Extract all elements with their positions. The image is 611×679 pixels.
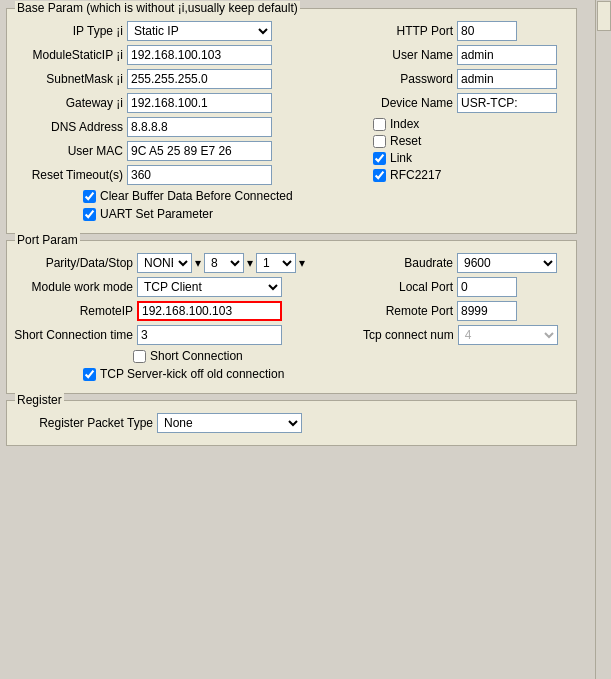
tcp-server-kick-row: TCP Server-kick off old connection — [83, 367, 353, 381]
password-input[interactable] — [457, 69, 557, 89]
gateway-row: Gateway ¡i — [13, 93, 353, 113]
port-param-section: Port Param Parity/Data/Stop NONE ▾ 8 — [6, 240, 577, 394]
module-static-ip-input[interactable] — [127, 45, 272, 65]
ip-type-label: IP Type ¡i — [13, 24, 123, 38]
register-packet-type-row: Register Packet Type None — [13, 413, 570, 433]
parity-dropdown[interactable]: NONE — [137, 253, 192, 273]
module-static-ip-label: ModuleStaticIP ¡i — [13, 48, 123, 62]
register-title: Register — [15, 393, 64, 407]
subnet-mask-input[interactable] — [127, 69, 272, 89]
user-mac-label: User MAC — [13, 144, 123, 158]
short-connection-row: Short Connection — [133, 349, 353, 363]
stop-bits-dropdown[interactable]: 1 — [256, 253, 296, 273]
tcp-connect-num-row: Tcp connect num 4 — [363, 325, 570, 345]
device-name-input[interactable] — [457, 93, 557, 113]
local-port-label: Local Port — [363, 280, 453, 294]
local-port-input[interactable] — [457, 277, 517, 297]
subnet-mask-label: SubnetMask ¡i — [13, 72, 123, 86]
uart-set-row: UART Set Parameter — [83, 207, 353, 221]
remote-ip-row: RemoteIP — [13, 301, 353, 321]
ip-type-row: IP Type ¡i Static IP — [13, 21, 353, 41]
module-work-mode-dropdown[interactable]: TCP Client — [137, 277, 282, 297]
module-static-ip-row: ModuleStaticIP ¡i — [13, 45, 353, 65]
main-window: Base Param (which is without ¡i,usually … — [0, 0, 611, 679]
clear-buffer-label: Clear Buffer Data Before Connected — [100, 189, 293, 203]
index-label: Index — [390, 117, 419, 131]
register-section: Register Register Packet Type None — [6, 400, 577, 446]
gateway-input[interactable] — [127, 93, 272, 113]
short-connection-checkbox[interactable] — [133, 350, 146, 363]
http-port-row: HTTP Port — [363, 21, 570, 41]
index-checkbox[interactable] — [373, 118, 386, 131]
uart-set-checkbox[interactable] — [83, 208, 96, 221]
clear-buffer-checkbox[interactable] — [83, 190, 96, 203]
password-row: Password — [363, 69, 570, 89]
reset-label: Reset — [390, 134, 421, 148]
device-name-row: Device Name — [363, 93, 570, 113]
http-port-input[interactable] — [457, 21, 517, 41]
user-mac-row: User MAC — [13, 141, 353, 161]
index-row: Index — [373, 117, 570, 131]
user-name-row: User Name — [363, 45, 570, 65]
tcp-connect-num-dropdown[interactable]: 4 — [458, 325, 558, 345]
link-checkbox[interactable] — [373, 152, 386, 165]
short-connection-label: Short Connection — [150, 349, 243, 363]
parity-label: Parity/Data/Stop — [13, 256, 133, 270]
register-packet-type-label: Register Packet Type — [13, 416, 153, 430]
user-name-input[interactable] — [457, 45, 557, 65]
reset-timeout-row: Reset Timeout(s) — [13, 165, 353, 185]
user-name-label: User Name — [363, 48, 453, 62]
clear-buffer-row: Clear Buffer Data Before Connected — [83, 189, 353, 203]
register-packet-type-dropdown[interactable]: None — [157, 413, 302, 433]
short-conn-time-input[interactable] — [137, 325, 282, 345]
device-name-label: Device Name — [363, 96, 453, 110]
subnet-mask-row: SubnetMask ¡i — [13, 69, 353, 89]
gateway-label: Gateway ¡i — [13, 96, 123, 110]
dns-input[interactable] — [127, 117, 272, 137]
module-work-mode-row: Module work mode TCP Client — [13, 277, 353, 297]
remote-ip-label: RemoteIP — [13, 304, 133, 318]
tcp-server-kick-label: TCP Server-kick off old connection — [100, 367, 284, 381]
remote-ip-input[interactable] — [137, 301, 282, 321]
short-conn-time-row: Short Connection time — [13, 325, 353, 345]
baudrate-dropdown[interactable]: 9600 — [457, 253, 557, 273]
module-work-mode-label: Module work mode — [13, 280, 133, 294]
baudrate-row: Baudrate 9600 — [363, 253, 570, 273]
scrollbar-thumb[interactable] — [597, 1, 611, 31]
data-bits-dropdown[interactable]: 8 — [204, 253, 244, 273]
link-label: Link — [390, 151, 412, 165]
parity-row: Parity/Data/Stop NONE ▾ 8 ▾ 1 — [13, 253, 353, 273]
reset-row: Reset — [373, 134, 570, 148]
local-port-row: Local Port — [363, 277, 570, 297]
reset-timeout-label: Reset Timeout(s) — [13, 168, 123, 182]
base-param-section: Base Param (which is without ¡i,usually … — [6, 8, 577, 234]
rfc2217-checkbox[interactable] — [373, 169, 386, 182]
http-port-label: HTTP Port — [363, 24, 453, 38]
port-param-title: Port Param — [15, 233, 80, 247]
reset-checkbox[interactable] — [373, 135, 386, 148]
remote-port-input[interactable] — [457, 301, 517, 321]
remote-port-label: Remote Port — [363, 304, 453, 318]
dns-row: DNS Address — [13, 117, 353, 137]
link-row: Link — [373, 151, 570, 165]
reset-timeout-input[interactable] — [127, 165, 272, 185]
rfc2217-row: RFC2217 — [373, 168, 570, 182]
scrollbar-track[interactable] — [595, 0, 611, 679]
rfc2217-label: RFC2217 — [390, 168, 441, 182]
remote-port-row: Remote Port — [363, 301, 570, 321]
uart-set-label: UART Set Parameter — [100, 207, 213, 221]
ip-type-dropdown[interactable]: Static IP — [127, 21, 272, 41]
tcp-server-kick-checkbox[interactable] — [83, 368, 96, 381]
baudrate-label: Baudrate — [363, 256, 453, 270]
short-conn-time-label: Short Connection time — [13, 328, 133, 342]
user-mac-input[interactable] — [127, 141, 272, 161]
password-label: Password — [363, 72, 453, 86]
base-param-title: Base Param (which is without ¡i,usually … — [15, 1, 300, 15]
tcp-connect-num-label: Tcp connect num — [363, 328, 454, 342]
dns-label: DNS Address — [13, 120, 123, 134]
